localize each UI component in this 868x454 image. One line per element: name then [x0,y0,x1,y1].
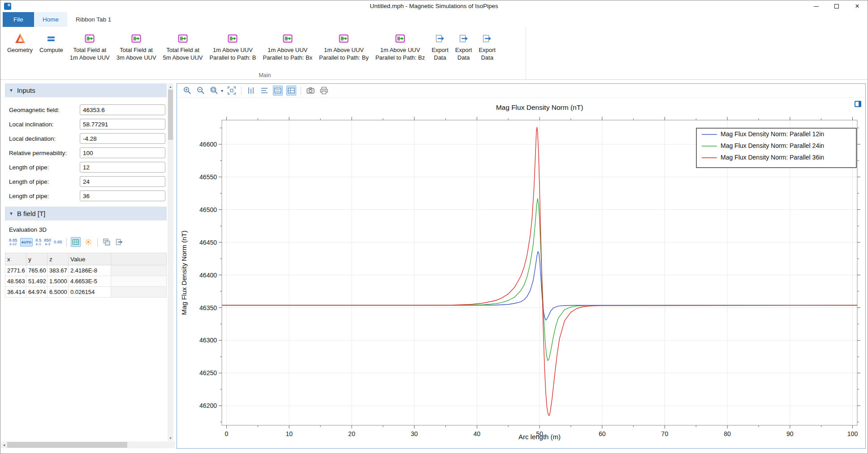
tab-home[interactable]: Home [34,12,67,27]
print-icon[interactable] [319,86,329,95]
x-axis-grid-icon[interactable] [259,86,269,95]
ribbon-button-export-data-3[interactable]: ExportData [475,31,499,63]
snapshot-icon[interactable] [306,86,315,95]
plot-group-icon [84,32,95,45]
cell-x: 48.563 [5,276,26,287]
ribbon-button-export-data-1[interactable]: ExportData [428,31,452,63]
separator [241,86,242,95]
copy-table-icon[interactable] [102,237,112,247]
cell-value: 4.6653E-5 [69,276,111,287]
field-label: Local declination: [9,135,80,142]
full-precision-icon[interactable] [83,237,93,247]
table-row[interactable]: 36.414 64.974 6.5000 0.026154 [5,287,167,298]
field-label: Local inclination: [9,121,80,128]
tab-ribbon-tab-1[interactable]: Ribbon Tab 1 [67,12,120,27]
ribbon-button-export-data-2[interactable]: ExportData [452,31,475,63]
precision-0p85-button[interactable]: 0.85 [54,240,62,244]
ribbon-button-parallel-b[interactable]: 1m Above UUVParallel to Path: B [206,31,259,63]
form-row: Local inclination: [5,117,167,131]
ribbon-button-parallel-by[interactable]: 1m Above UUVParallel to Path: By [316,31,372,63]
file-tab[interactable]: File [3,12,34,27]
form-row: Length of pipe: [5,189,167,203]
ribbon-button-compute[interactable]: Compute [36,31,66,55]
precision-8p85e-12-button[interactable]: 8.85 e-12 [9,238,17,246]
grid-toggle-icon[interactable] [286,86,296,95]
ribbon-button-total-field-3m[interactable]: Total Field at3m Above UUV [113,31,160,63]
ribbon-button-parallel-bz[interactable]: 1m Above UUVParallel to Path: Bz [372,31,428,63]
horizontal-scrollbar[interactable]: ◀ [1,441,175,448]
button-label: 1m Above UUV [268,47,307,54]
pipe-length-3-input[interactable] [80,190,165,201]
graphics-toolbar: ▾ [177,84,865,98]
svg-text:Mag Flux Density Norm: Paralle: Mag Flux Density Norm: Parallel 12in [721,130,824,138]
column-header-y[interactable]: y [26,253,48,265]
table-row[interactable]: 48.563 51.492 1.5000 4.6653E-5 [5,276,167,287]
svg-text:Mag Flux Density Norm (nT): Mag Flux Density Norm (nT) [180,230,188,315]
precision-8p5e-1-button[interactable]: 8.5 e-1 [35,238,41,246]
svg-text:46550: 46550 [199,173,217,181]
table-view-icon[interactable] [71,237,81,247]
svg-text:90: 90 [786,430,794,437]
compute-icon [45,32,57,45]
button-label: Data [481,54,493,62]
section-header-inputs[interactable]: ▼ Inputs [5,83,167,97]
column-header-value[interactable]: Value [69,253,111,265]
zoom-extents-icon[interactable] [227,86,237,95]
close-button[interactable]: × [847,0,868,12]
legends-toggle-icon[interactable] [273,86,283,95]
geomagnetic-field-input[interactable] [80,104,165,115]
plot-group-icon [177,32,188,45]
ribbon-button-parallel-bx[interactable]: 1m Above UUVParallel to Path: Bx [260,31,316,63]
caret-down-icon[interactable]: ▾ [221,88,223,93]
field-label: Relative permeability: [9,150,80,156]
plot-group-icon [131,32,142,45]
svg-text:80: 80 [724,430,731,437]
y-axis-grid-icon[interactable] [246,86,256,95]
local-declination-input[interactable] [80,133,165,144]
zoom-out-icon[interactable] [196,86,206,95]
window-title: Untitled.mph - Magnetic Simulations of I… [0,0,868,12]
precision-850e-3-button[interactable]: 850 e-3 [44,238,51,246]
scrollbar-thumb[interactable] [168,90,173,140]
column-header-z[interactable]: z [48,253,69,265]
form-row: Geomagnetic field: [5,103,167,117]
precision-auto-button[interactable]: AUTO [20,238,33,246]
scroll-up-icon[interactable]: ▲ [168,83,173,90]
minimize-button[interactable] [806,0,826,12]
zoom-region-icon[interactable] [209,86,219,95]
plot-settings-icon[interactable] [855,101,861,107]
export-table-icon[interactable] [114,237,124,247]
row-filler [111,265,167,276]
local-inclination-input[interactable] [80,119,165,130]
svg-text:46450: 46450 [199,239,217,246]
scrollbar-thumb[interactable] [7,442,127,448]
separator [97,238,98,246]
export-icon [482,32,492,45]
scroll-down-icon[interactable]: ▼ [168,435,173,441]
pipe-length-2-input[interactable] [80,176,165,187]
header-filler [111,253,167,265]
cell-y: 51.492 [26,276,48,287]
row-filler [111,287,167,298]
zoom-in-icon[interactable] [182,86,192,95]
svg-text:46350: 46350 [199,304,217,311]
column-header-x[interactable]: x [5,253,26,265]
export-icon [458,32,469,45]
svg-text:20: 20 [348,430,355,437]
table-row[interactable]: 2771.6 765.60 383.67 2.4186E-8 [5,265,167,276]
maximize-button[interactable] [826,0,847,12]
pipe-length-1-input[interactable] [80,162,165,173]
section-title: Inputs [17,86,35,94]
plot-canvas[interactable]: 0102030405060708090100462004625046300463… [177,98,865,448]
ribbon-button-total-field-5m[interactable]: Total Field at5m Above UUV [160,31,206,63]
line-chart: 0102030405060708090100462004625046300463… [177,98,865,448]
scroll-left-icon[interactable]: ◀ [1,443,7,446]
separator [301,86,301,95]
section-header-b-field[interactable]: ▼ B field [T] [5,207,167,221]
relative-permeability-input[interactable] [80,147,165,158]
vertical-scrollbar[interactable]: ▲ ▼ [168,83,173,441]
ribbon-button-total-field-1m[interactable]: Total Field at1m Above UUV [67,31,113,63]
ribbon-button-geometry[interactable]: Geometry [4,31,36,55]
svg-text:Arc length (m): Arc length (m) [518,433,561,441]
ribbon-group-label: Main [4,72,526,78]
